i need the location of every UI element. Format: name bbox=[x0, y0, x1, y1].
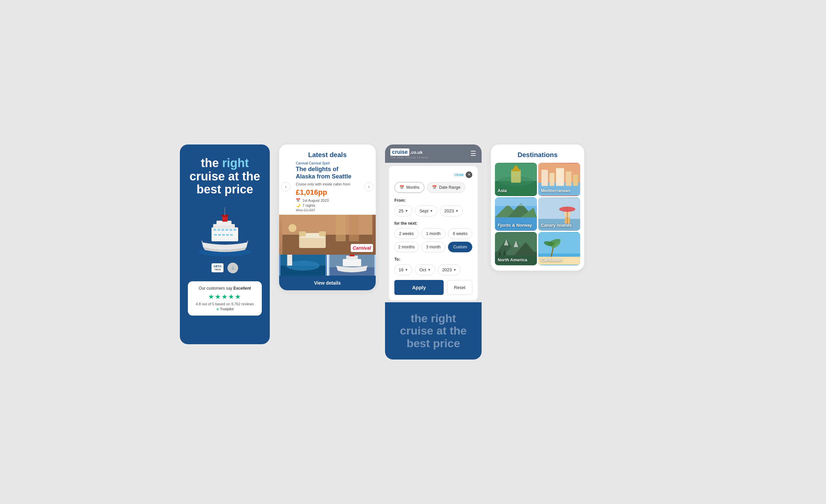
svg-point-26 bbox=[288, 224, 296, 232]
tab-row: 📅 Months 📅 Date Range bbox=[394, 182, 472, 193]
chevron-down-icon: ▼ bbox=[405, 268, 408, 272]
dest-item-caribbean[interactable]: Caribbean bbox=[538, 232, 580, 265]
deal-date-row: 📅 1st August 2023 bbox=[296, 198, 359, 202]
site-logo: cruise .co.uk THE REAL CRUISE PEOPLE bbox=[390, 148, 428, 159]
svg-rect-23 bbox=[319, 231, 326, 236]
hero-title: the right cruise at the best price bbox=[189, 156, 260, 196]
hamburger-icon[interactable]: ☰ bbox=[470, 149, 476, 158]
hero-card: the right cruise at the best price bbox=[180, 144, 270, 344]
svg-rect-54 bbox=[495, 198, 537, 206]
svg-rect-5 bbox=[218, 229, 220, 231]
deals-title: Latest deals bbox=[286, 151, 369, 159]
svg-rect-8 bbox=[230, 229, 232, 231]
from-date-selects: 25 ▼ Sept ▼ 2023 ▼ bbox=[394, 205, 472, 216]
dest-label-canary: Canary Islands bbox=[541, 223, 572, 228]
svg-rect-44 bbox=[542, 170, 548, 186]
svg-rect-9 bbox=[233, 229, 236, 231]
calendar-months-icon: 📅 bbox=[399, 185, 404, 190]
svg-rect-40 bbox=[511, 170, 521, 183]
next-arrow[interactable]: › bbox=[364, 182, 374, 191]
action-buttons: Apply Reset bbox=[394, 280, 472, 295]
dest-item-asia[interactable]: Asia bbox=[495, 163, 537, 196]
calendar-range-icon: 📅 bbox=[432, 185, 437, 190]
hero-title-at: at the bbox=[228, 170, 260, 183]
review-score: 4.8 out of 5 based on 9,762 reviews bbox=[194, 302, 256, 306]
ship-illustration bbox=[195, 204, 255, 257]
svg-rect-46 bbox=[556, 168, 564, 186]
destinations-header: Destinations bbox=[491, 144, 584, 163]
svg-rect-4 bbox=[214, 229, 216, 231]
to-day-select[interactable]: 16 ▼ bbox=[394, 264, 412, 275]
hero-title-cruise: cruise bbox=[189, 170, 225, 183]
reset-button[interactable]: Reset bbox=[447, 280, 472, 295]
prev-arrow[interactable]: ‹ bbox=[281, 182, 290, 191]
svg-rect-7 bbox=[226, 229, 228, 231]
view-details-button[interactable]: View details bbox=[279, 276, 376, 290]
destinations-title: Destinations bbox=[496, 151, 579, 159]
apply-button[interactable]: Apply bbox=[394, 280, 444, 295]
svg-rect-22 bbox=[299, 231, 306, 236]
dest-label-fjords: Fjords & Norway bbox=[497, 223, 532, 228]
datepicker-modal: close ✕ 📅 Months 📅 Date Range From: 25 ▼ bbox=[389, 166, 478, 300]
dur-3months[interactable]: 3 month bbox=[421, 242, 446, 252]
deal-subtitle: Cruise only with inside cabin from bbox=[296, 182, 359, 186]
dest-label-caribbean: Caribbean bbox=[541, 257, 562, 263]
dest-item-fjords[interactable]: Fjords & Norway bbox=[495, 197, 537, 231]
dest-bg-mediterranean: Mediterranean bbox=[538, 163, 580, 196]
page-container: the right cruise at the best price bbox=[180, 144, 646, 360]
star-rating: ★★★★★ bbox=[194, 293, 256, 301]
bg-hero-text: the right cruise at the best price bbox=[392, 312, 475, 350]
deal-nights-row: 🌙 7 nights bbox=[296, 203, 359, 207]
svg-rect-24 bbox=[336, 215, 346, 241]
svg-rect-45 bbox=[549, 173, 554, 186]
dur-2weeks[interactable]: 2 weeks bbox=[394, 228, 419, 239]
datepicker-card: cruise .co.uk THE REAL CRUISE PEOPLE ☰ c… bbox=[385, 144, 482, 360]
dest-item-north-america[interactable]: North America bbox=[495, 232, 537, 265]
review-box: Our customers say Excellent ★★★★★ 4.8 ou… bbox=[188, 281, 262, 316]
svg-rect-11 bbox=[218, 234, 221, 236]
svg-rect-13 bbox=[226, 234, 229, 236]
dest-item-canary[interactable]: Canary Islands bbox=[538, 197, 580, 231]
dur-custom[interactable]: Custom bbox=[448, 242, 472, 252]
svg-rect-14 bbox=[230, 234, 233, 236]
tab-months[interactable]: 📅 Months bbox=[394, 182, 424, 193]
svg-rect-47 bbox=[566, 172, 571, 186]
hero-logos: ABTA 78024 ⚓ bbox=[212, 263, 238, 273]
dest-bg-fjords: Fjords & Norway bbox=[495, 197, 537, 231]
dest-bg-caribbean: Caribbean bbox=[538, 232, 580, 265]
deal-images-grid: Carnival bbox=[279, 215, 376, 276]
dest-label-asia: Asia bbox=[497, 188, 507, 193]
to-date-selects: 16 ▼ Oct ▼ 2023 ▼ bbox=[394, 264, 472, 275]
trustpilot-logo: ★ Trustpilot bbox=[194, 307, 256, 311]
close-button[interactable]: ✕ bbox=[466, 172, 472, 178]
svg-rect-12 bbox=[222, 234, 225, 236]
to-year-select[interactable]: 2023 ▼ bbox=[438, 264, 461, 275]
from-month-select[interactable]: Sept ▼ bbox=[415, 205, 437, 216]
calendar-icon: 📅 bbox=[296, 198, 300, 202]
from-day-select[interactable]: 25 ▼ bbox=[394, 205, 412, 216]
chevron-down-icon: ▼ bbox=[453, 268, 456, 272]
dest-label-mediterranean: Mediterranean bbox=[541, 188, 571, 193]
dur-6weeks[interactable]: 6 weeks bbox=[448, 228, 472, 239]
dest-label-north-america: North America bbox=[497, 257, 527, 263]
dur-2months[interactable]: 2 months bbox=[394, 242, 419, 252]
logo-sub: THE REAL CRUISE PEOPLE bbox=[390, 156, 428, 159]
from-year-select[interactable]: 2023 ▼ bbox=[440, 205, 463, 216]
to-label: To: bbox=[394, 257, 472, 262]
svg-point-60 bbox=[559, 207, 575, 212]
deal-brand: Carnival Carnival Spirit bbox=[296, 162, 359, 165]
dest-bg-north-america: North America bbox=[495, 232, 537, 265]
tab-date-range[interactable]: 📅 Date Range bbox=[427, 182, 465, 193]
deal-image-main: Carnival bbox=[279, 215, 376, 255]
cruise-badge: ⚓ bbox=[228, 263, 238, 273]
close-label[interactable]: close bbox=[454, 173, 464, 177]
dur-1month[interactable]: 1 month bbox=[421, 228, 446, 239]
deal-was: Was £1,037 bbox=[296, 208, 359, 212]
chevron-down-icon: ▼ bbox=[455, 209, 459, 213]
dest-item-mediterranean[interactable]: Mediterranean bbox=[538, 163, 580, 196]
svg-rect-48 bbox=[573, 175, 578, 186]
review-intro: Our customers say Excellent bbox=[194, 286, 256, 291]
to-month-select[interactable]: Oct ▼ bbox=[415, 264, 435, 275]
datepicker-bg-hero: the right cruise at the best price bbox=[385, 302, 482, 360]
carnival-brand: Carnival bbox=[353, 245, 371, 251]
